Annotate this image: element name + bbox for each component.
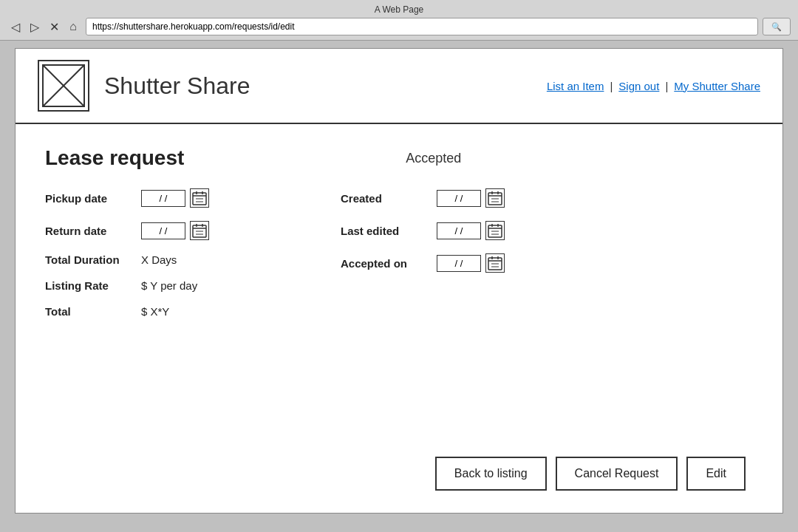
last-edited-calendar-icon[interactable]: [485, 221, 505, 240]
site-header: Shutter Share List an Item | Sign out | …: [16, 49, 782, 124]
browser-title: A Web Page: [7, 4, 791, 18]
fields-left: Pickup date: [45, 188, 296, 331]
address-bar[interactable]: [86, 18, 758, 35]
total-duration-value: X Days: [141, 253, 177, 266]
return-date-input-group: [141, 221, 209, 240]
status-label: Accepted: [406, 146, 461, 166]
nav-separator-2: |: [665, 80, 668, 92]
browser-nav-buttons: ◁ ▷ ✕ ⌂: [7, 18, 81, 35]
site-title: Shutter Share: [104, 72, 250, 100]
list-item-link[interactable]: List an Item: [547, 80, 604, 92]
listing-rate-value: $ Y per day: [141, 279, 197, 292]
main-content: Lease request Accepted Pickup date: [16, 124, 782, 353]
browser-chrome: A Web Page ◁ ▷ ✕ ⌂ 🔍: [0, 0, 798, 41]
return-date-label: Return date: [45, 225, 141, 237]
pickup-date-calendar-icon[interactable]: [190, 188, 209, 208]
nav-separator-1: |: [610, 80, 613, 92]
fields-container: Pickup date: [45, 188, 753, 331]
total-duration-row: Total Duration X Days: [45, 253, 296, 266]
pickup-date-input[interactable]: [141, 190, 185, 207]
accepted-on-label: Accepted on: [341, 257, 437, 270]
return-date-calendar-icon[interactable]: [190, 221, 209, 240]
created-input-group: [437, 188, 505, 208]
total-duration-label: Total Duration: [45, 253, 141, 266]
created-input[interactable]: [437, 190, 481, 207]
pickup-date-row: Pickup date: [45, 188, 296, 208]
logo-icon: [41, 64, 86, 108]
sign-out-link[interactable]: Sign out: [618, 80, 659, 92]
accepted-on-row: Accepted on: [341, 253, 577, 273]
accepted-on-input-group: [437, 253, 505, 273]
buttons-area: Back to listing Cancel Request Edit: [435, 457, 746, 491]
listing-rate-row: Listing Rate $ Y per day: [45, 279, 296, 292]
home-button[interactable]: ⌂: [65, 18, 81, 35]
logo-box: [38, 60, 89, 112]
cancel-request-button[interactable]: Cancel Request: [556, 457, 678, 491]
last-edited-input-group: [437, 221, 505, 240]
search-button[interactable]: 🔍: [763, 18, 791, 35]
edit-button[interactable]: Edit: [686, 457, 746, 491]
last-edited-input[interactable]: [437, 222, 481, 239]
page-header-row: Lease request Accepted: [45, 146, 753, 170]
total-label: Total: [45, 305, 141, 318]
pickup-date-input-group: [141, 188, 209, 208]
pickup-date-label: Pickup date: [45, 192, 141, 205]
last-edited-row: Last edited: [341, 221, 577, 240]
logo-area: Shutter Share: [38, 60, 250, 112]
forward-button[interactable]: ▷: [27, 18, 43, 35]
back-button[interactable]: ◁: [7, 18, 24, 35]
return-date-row: Return date: [45, 221, 296, 240]
header-nav: List an Item | Sign out | My Shutter Sha…: [547, 80, 760, 92]
last-edited-label: Last edited: [341, 225, 437, 237]
created-label: Created: [341, 192, 437, 205]
accepted-on-calendar-icon[interactable]: [485, 253, 505, 273]
back-to-listing-button[interactable]: Back to listing: [435, 457, 547, 491]
total-row: Total $ X*Y: [45, 305, 296, 318]
accepted-on-input[interactable]: [437, 255, 481, 272]
page-title: Lease request: [45, 146, 184, 170]
return-date-input[interactable]: [141, 222, 185, 239]
total-value: $ X*Y: [141, 305, 169, 318]
created-calendar-icon[interactable]: [485, 188, 505, 208]
created-row: Created: [341, 188, 577, 208]
page-wrapper: Shutter Share List an Item | Sign out | …: [15, 48, 783, 514]
listing-rate-label: Listing Rate: [45, 279, 141, 292]
close-button[interactable]: ✕: [46, 18, 62, 35]
fields-right: Created: [341, 188, 577, 331]
my-shutter-share-link[interactable]: My Shutter Share: [674, 80, 760, 92]
